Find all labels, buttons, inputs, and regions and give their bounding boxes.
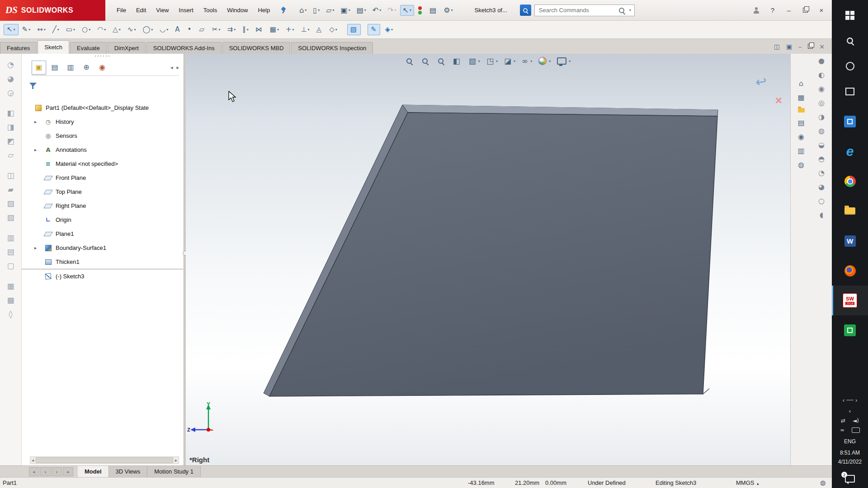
tree-item[interactable]: ▸ Boundary-Surface1 bbox=[22, 241, 183, 255]
extruded-surface-icon[interactable]: ◔ bbox=[7, 61, 14, 69]
notification-center-button[interactable]: 2 bbox=[845, 471, 855, 486]
search-input[interactable] bbox=[538, 6, 615, 14]
tree-item[interactable]: Plane1 bbox=[22, 227, 183, 241]
chevron-down-icon[interactable]: ▾ bbox=[629, 8, 631, 12]
filter-icon[interactable] bbox=[29, 82, 37, 89]
shaded-contours-icon[interactable]: ◈ ▾ bbox=[382, 24, 396, 35]
sphere-icon[interactable]: ◍ bbox=[818, 127, 825, 135]
extend-surface-icon[interactable]: ▥ bbox=[7, 234, 14, 242]
forum-tab-icon[interactable]: ◍ bbox=[798, 161, 804, 169]
help-button[interactable]: ? bbox=[766, 4, 779, 17]
menu-item[interactable]: View bbox=[151, 7, 174, 14]
knit-surface-icon[interactable]: ▦ bbox=[7, 282, 14, 290]
replace-face-icon[interactable]: ▧ bbox=[7, 214, 14, 221]
thicken-tool-icon[interactable]: ▩ bbox=[7, 296, 14, 304]
network-icon[interactable]: ≈ bbox=[840, 427, 844, 433]
document-tab[interactable]: 3D Views bbox=[109, 466, 148, 477]
line-tool-icon[interactable]: ╱ ▾ bbox=[49, 24, 62, 35]
green-app-icon[interactable] bbox=[832, 315, 868, 345]
tree-item[interactable]: ∟ Origin bbox=[22, 213, 183, 227]
smart-dimension-icon[interactable]: ↔ ▾ bbox=[34, 24, 49, 35]
close-button[interactable]: × bbox=[815, 4, 828, 17]
rebuild-icon[interactable] bbox=[415, 4, 426, 16]
expander-icon[interactable]: ▸ bbox=[34, 246, 44, 250]
sketch-picture-icon[interactable]: ▧ bbox=[347, 24, 361, 35]
display-relations-icon[interactable]: ⊥ ▾ bbox=[298, 24, 313, 35]
mirror-entities-icon[interactable]: ⋈ bbox=[252, 24, 266, 35]
sphere-icon[interactable]: ● bbox=[818, 57, 825, 65]
ruled-surface-icon[interactable]: ▰ bbox=[8, 186, 14, 193]
home-icon[interactable]: ⌂ ▾ bbox=[297, 5, 309, 16]
restore-doc-icon[interactable] bbox=[808, 44, 813, 49]
sphere-icon[interactable]: ◔ bbox=[818, 169, 825, 177]
offset-entities-icon[interactable]: ∥ ▾ bbox=[239, 24, 252, 35]
save-icon[interactable]: ▣ ▾ bbox=[338, 5, 353, 16]
command-tab[interactable]: DimXpert bbox=[108, 42, 146, 54]
command-tab[interactable]: Evaluate bbox=[70, 42, 107, 54]
options-icon[interactable]: ⚙ ▾ bbox=[441, 5, 455, 16]
select-tool-icon[interactable]: ↖ ▾ bbox=[4, 24, 19, 35]
tab-scroll-button[interactable]: ‹ bbox=[40, 467, 51, 476]
undo-icon[interactable]: ↶ ▾ bbox=[370, 5, 384, 16]
sphere-icon[interactable]: ○ bbox=[818, 197, 825, 205]
menu-item[interactable]: Insert bbox=[174, 7, 198, 14]
select-cursor-icon[interactable]: ↖ ▾ bbox=[400, 5, 414, 16]
tree-item[interactable]: ≡ Material <not specified> bbox=[22, 157, 183, 171]
scroll-down-icon[interactable]: › bbox=[855, 397, 857, 404]
firefox-icon[interactable] bbox=[832, 256, 868, 286]
menu-item[interactable]: Window bbox=[222, 7, 253, 14]
sphere-icon[interactable]: ◉ bbox=[818, 85, 825, 93]
sphere-icon[interactable]: ◎ bbox=[818, 99, 825, 107]
tree-horizontal-scrollbar[interactable]: ◂ ▸ bbox=[30, 456, 179, 464]
rectangle-tool-icon[interactable]: ▭ ▾ bbox=[63, 24, 78, 35]
chrome-icon[interactable] bbox=[832, 166, 868, 196]
filled-surface-icon[interactable]: ◩ bbox=[7, 137, 14, 145]
configurationmanager-tab-icon[interactable]: ▥ bbox=[63, 61, 78, 75]
view-palette-tab-icon[interactable]: ▤ bbox=[797, 119, 804, 127]
tree-item[interactable]: Front Plane bbox=[22, 171, 183, 185]
units-selector[interactable]: MMGS ▴ bbox=[736, 479, 759, 486]
file-explorer-tab-icon[interactable] bbox=[798, 108, 805, 113]
repair-sketch-icon[interactable]: ◬ bbox=[313, 24, 326, 35]
appearances-tab-icon[interactable]: ◉ bbox=[798, 133, 804, 141]
point-tool-icon[interactable]: • bbox=[184, 24, 196, 35]
menu-item[interactable]: Help bbox=[253, 7, 275, 14]
sketch-tool-icon[interactable]: ✎ ▾ bbox=[19, 24, 34, 35]
volume-icon[interactable]: ◄) bbox=[853, 418, 859, 423]
sphere-icon[interactable]: ◐ bbox=[818, 71, 825, 79]
scroll-left-icon[interactable]: ◂ bbox=[170, 65, 173, 70]
minimize-doc-icon[interactable]: – bbox=[798, 43, 802, 50]
swept-surface-icon[interactable]: ◶ bbox=[7, 89, 14, 97]
panel-drag-handle[interactable] bbox=[94, 55, 111, 57]
file-properties-icon[interactable]: ▤ bbox=[427, 5, 440, 16]
sphere-icon[interactable]: ◒ bbox=[818, 141, 825, 149]
file-explorer-icon[interactable] bbox=[832, 196, 868, 226]
print-icon[interactable]: ▤ ▾ bbox=[354, 5, 369, 16]
tree-item[interactable]: (-) Sketch3 bbox=[22, 269, 183, 283]
spline-tool-icon[interactable]: ∿ ▾ bbox=[124, 24, 139, 35]
search-icon[interactable] bbox=[618, 7, 625, 14]
tree-item[interactable]: Thicken1 bbox=[22, 255, 183, 269]
open-icon[interactable]: ▱ ▾ bbox=[323, 5, 337, 16]
trim-surface-icon[interactable]: ▤ bbox=[7, 248, 14, 256]
cancel-sketch-icon[interactable]: × bbox=[775, 94, 782, 108]
propertymanager-tab-icon[interactable]: ▤ bbox=[47, 61, 62, 75]
move-entities-icon[interactable]: + ▾ bbox=[283, 24, 297, 35]
menu-item[interactable]: File bbox=[112, 7, 131, 14]
new-document-icon[interactable]: ▯ ▾ bbox=[310, 5, 322, 16]
clock-time[interactable]: 8:51 AM bbox=[840, 448, 860, 457]
restore-button[interactable] bbox=[798, 4, 812, 17]
cortana-button[interactable] bbox=[832, 53, 868, 79]
graphics-viewport[interactable]: ◧ ▧ ▾ ◳ ▾ ◪ ▾ ∞ bbox=[186, 54, 790, 465]
command-tab[interactable]: SOLIDWORKS Inspection bbox=[291, 42, 373, 54]
tree-item[interactable]: Right Plane bbox=[22, 199, 183, 213]
search-app-icon[interactable] bbox=[520, 5, 531, 16]
arrange-window-icon[interactable]: ▣ bbox=[786, 43, 792, 50]
featuremanager-tab-icon[interactable]: ▣ bbox=[32, 61, 46, 75]
planar-surface-icon[interactable]: ▱ bbox=[8, 151, 14, 159]
tree-item[interactable]: ▸ A Annotations bbox=[22, 143, 183, 157]
sphere-icon[interactable]: ◓ bbox=[818, 155, 825, 163]
scroll-left-icon[interactable]: ◂ bbox=[32, 458, 34, 463]
custom-properties-tab-icon[interactable]: ▥ bbox=[797, 147, 804, 155]
displaymanager-tab-icon[interactable]: ◉ bbox=[95, 61, 109, 75]
